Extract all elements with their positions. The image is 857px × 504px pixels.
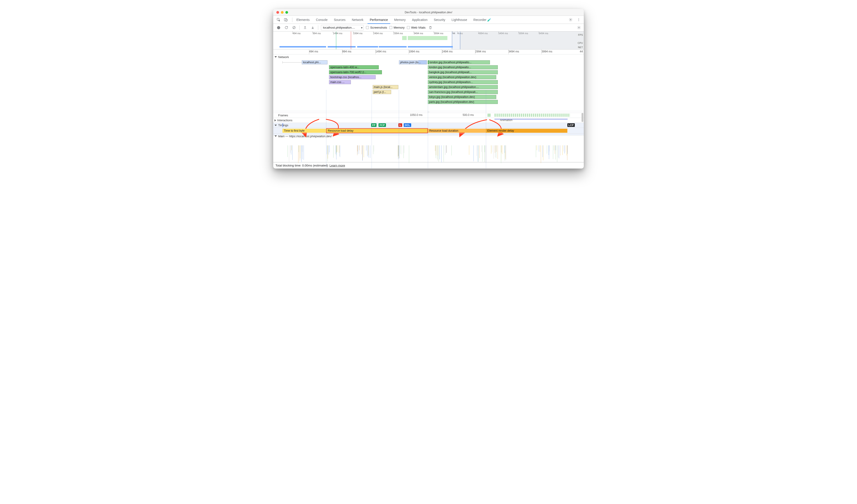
network-request[interactable]: tokyo.jpg (localhost.philipwalton.dev) <box>428 95 496 99</box>
net-lane-label: NET <box>577 46 584 49</box>
screenshots-checkbox[interactable]: Screenshots <box>366 26 387 29</box>
overview-tick: 1994 ms <box>353 32 363 35</box>
network-request[interactable]: venice.jpg (localhost.philipwalton.dev) <box>428 75 496 79</box>
tab-performance[interactable]: Performance <box>367 16 391 23</box>
overview-timeline[interactable]: 494 ms994 ms1494 ms1994 ms2494 ms2994 ms… <box>273 32 584 50</box>
network-request[interactable]: amsterdam.jpg (localhost.philipwalton...… <box>428 85 498 89</box>
overview-tick: 2494 ms <box>373 32 383 35</box>
divider <box>299 26 300 30</box>
segment-resource-load-duration: Resource load duration <box>428 129 486 133</box>
tab-security[interactable]: Security <box>431 16 449 23</box>
record-button[interactable] <box>276 25 281 30</box>
divider <box>318 26 318 30</box>
network-request[interactable]: paris.jpg (localhost.philipwalton.dev) <box>428 100 498 104</box>
network-section-header[interactable]: Network <box>273 54 584 60</box>
chevron-down-icon <box>274 135 277 137</box>
fps-lane-label: FPS <box>577 33 584 36</box>
title-bar: DevTools - localhost.philipwalton.dev/ <box>273 9 584 16</box>
timing-marker-dcl[interactable]: DCL <box>404 123 411 127</box>
network-request[interactable]: opensans-latin-400.w... <box>329 65 379 69</box>
ruler-tick: 1494 ms <box>375 50 386 53</box>
memory-checkbox[interactable]: Memory <box>389 26 405 29</box>
svg-point-4 <box>570 19 571 20</box>
network-request[interactable]: san-francisco.jpg (localhost.philipwalt.… <box>428 90 498 94</box>
network-request[interactable]: bootstrap.css (localhos... <box>329 75 375 79</box>
divider <box>292 18 292 22</box>
tab-memory[interactable]: Memory <box>391 16 409 23</box>
time-ruler[interactable]: 494 ms994 ms1494 ms1994 ms2494 ms2994 ms… <box>273 50 584 54</box>
network-request[interactable]: opensans-latin-700.woff2 (l... <box>329 70 382 74</box>
ruler-overflow: 44 <box>580 50 583 53</box>
load-profile-icon[interactable] <box>302 25 308 30</box>
devtools-window: DevTools - localhost.philipwalton.dev/ E… <box>273 9 584 169</box>
chevron-right-icon <box>274 119 276 121</box>
collect-garbage-icon[interactable] <box>428 25 433 30</box>
ruler-tick: 1994 ms <box>409 50 420 53</box>
animation-label: Animation <box>500 119 512 122</box>
svg-point-5 <box>578 18 579 19</box>
network-request[interactable]: london.jpg (localhost.philipwalto... <box>428 65 498 69</box>
overview-tick: 1494 ms <box>333 32 342 35</box>
network-label: Network <box>278 55 289 59</box>
network-request[interactable]: perf.js (l... <box>373 90 391 94</box>
network-request[interactable]: main.js (local... <box>373 85 399 89</box>
segment-element-render-delay: Element render delay <box>486 129 567 133</box>
flamechart-area: 494 ms994 ms1494 ms1994 ms2494 ms2994 ms… <box>273 50 584 162</box>
status-bar: Total blocking time: 0.00ms (estimated) … <box>273 162 584 169</box>
timing-marker-fp[interactable]: FP <box>371 123 377 127</box>
network-request[interactable]: photos.json (lo... <box>399 60 427 64</box>
ruler-tick: 494 ms <box>309 50 318 53</box>
interactions-label: Interactions <box>277 119 292 122</box>
total-blocking-time: Total blocking time: 0.00ms (estimated) <box>275 164 328 167</box>
frames-lane[interactable]: Frames 1050.0 ms 500.0 ms <box>273 113 584 118</box>
svg-point-6 <box>578 19 579 20</box>
tab-recorder[interactable]: Recorder🧪 <box>470 16 494 23</box>
lcp-breakdown-row[interactable]: Time to first byte Resource load delay R… <box>273 128 584 134</box>
tab-network[interactable]: Network <box>349 16 367 23</box>
network-request[interactable]: localhost.phi... <box>302 60 328 64</box>
timing-marker-lcp[interactable]: LCP <box>567 123 575 127</box>
network-lane[interactable]: localhost.phi...opensans-latin-400.w...o… <box>273 60 584 111</box>
overview-tick: 494 ms <box>292 32 301 35</box>
overview-tick: 3994 ms <box>434 32 443 35</box>
chevron-down-icon: ▾ <box>361 26 363 30</box>
tab-console[interactable]: Console <box>313 16 331 23</box>
network-request[interactable]: bangkok.jpg (localhost.philipwalt... <box>428 70 498 74</box>
svg-point-9 <box>578 27 579 28</box>
interactions-lane[interactable]: Interactions Animation <box>273 118 584 123</box>
timing-marker-l[interactable]: L <box>398 123 402 127</box>
ruler-tick: 3994 ms <box>541 50 552 53</box>
timing-marker-fcp[interactable]: FCP <box>379 123 386 127</box>
main-thread-lane[interactable] <box>273 139 584 162</box>
inspect-element-icon[interactable] <box>275 16 282 23</box>
lane-resize-handle[interactable]: ··· <box>273 111 584 113</box>
save-profile-icon[interactable] <box>310 25 315 30</box>
settings-icon[interactable] <box>567 16 574 23</box>
network-request[interactable]: sydney.jpg (localhost.philipwalton... <box>428 80 498 84</box>
ruler-tick: 2494 ms <box>442 50 453 53</box>
tab-sources[interactable]: Sources <box>331 16 349 23</box>
panel-tabs-bar: ElementsConsoleSourcesNetworkPerformance… <box>273 16 584 24</box>
segment-ttfb: Time to first byte <box>283 129 326 133</box>
segment-resource-load-delay: Resource load delay <box>326 128 428 133</box>
clear-button[interactable] <box>291 25 297 30</box>
network-request[interactable]: main.css ... <box>329 80 351 84</box>
reload-record-button[interactable] <box>284 25 289 30</box>
toggle-device-toolbar-icon[interactable] <box>282 16 289 23</box>
capture-settings-icon[interactable] <box>576 25 582 30</box>
timings-lane-header[interactable]: Timings FPFCPLDCLLCP <box>273 123 584 128</box>
timings-label: Timings <box>278 123 288 127</box>
tab-application[interactable]: Application <box>409 16 431 23</box>
cpu-lane-label: CPU <box>577 41 584 45</box>
learn-more-link[interactable]: Learn more <box>330 164 345 167</box>
more-icon[interactable] <box>575 16 582 23</box>
profile-select[interactable]: localhost.philipwalton.... ▾ <box>321 25 364 30</box>
tab-elements[interactable]: Elements <box>293 16 313 23</box>
profile-select-label: localhost.philipwalton.... <box>323 26 355 29</box>
tab-lighthouse[interactable]: Lighthouse <box>449 16 470 23</box>
overview-tick: 994 ms <box>313 32 321 35</box>
web-vitals-checkbox[interactable]: Web Vitals <box>407 26 425 29</box>
svg-point-7 <box>578 20 579 21</box>
svg-rect-2 <box>286 19 287 21</box>
network-request[interactable]: london.jpg (localhost.philipwalto... <box>428 60 490 64</box>
